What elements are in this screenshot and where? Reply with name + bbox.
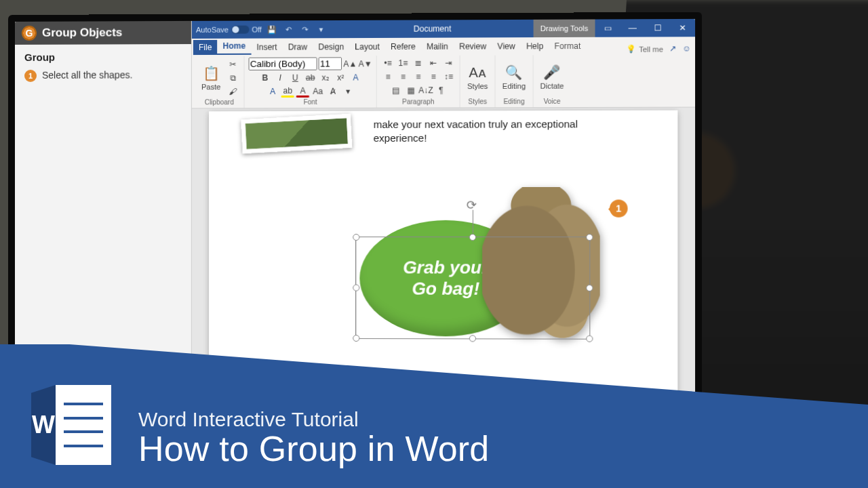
shading-button[interactable]: ▤ <box>389 84 402 96</box>
resize-handle-t[interactable] <box>469 234 476 241</box>
tab-layout[interactable]: Layout <box>349 39 385 54</box>
resize-handle-tl[interactable] <box>353 234 359 241</box>
copy-button[interactable]: ⧉ <box>226 71 239 83</box>
borders-button[interactable]: ▦ <box>403 84 417 96</box>
editing-button[interactable]: 🔍 Editing <box>500 62 528 92</box>
toggle-icon[interactable] <box>231 26 249 34</box>
styles-button[interactable]: Aᴀ Styles <box>465 62 491 91</box>
undo-button[interactable]: ↶ <box>282 23 294 35</box>
resize-handle-r[interactable] <box>586 285 593 291</box>
underline-button[interactable]: U <box>288 72 302 84</box>
step-callout-marker: 1 <box>610 199 628 217</box>
resize-handle-tr[interactable] <box>586 234 593 241</box>
font-more-button[interactable]: ▾ <box>341 85 355 98</box>
group-styles: Aᴀ Styles Styles <box>460 56 496 108</box>
tell-me-label: Tell me <box>639 45 663 53</box>
ribbon-display-options[interactable]: ▭ <box>595 19 620 37</box>
ribbon-body: 📋 Paste ✂ ⧉ 🖌 Clipboard <box>192 54 695 109</box>
qat-more-button[interactable]: ▾ <box>315 23 328 35</box>
rotation-stick <box>473 210 473 233</box>
align-right-button[interactable]: ≡ <box>412 70 425 83</box>
tell-me-search[interactable]: Tell me <box>627 45 666 54</box>
grow-font-button[interactable]: A▲ <box>343 58 357 70</box>
tab-view[interactable]: View <box>492 39 521 54</box>
superscript-button[interactable]: x² <box>334 71 347 83</box>
font-name-input[interactable] <box>249 57 317 70</box>
cut-button[interactable]: ✂ <box>226 58 239 70</box>
contextual-tab-group: Drawing Tools <box>534 19 595 37</box>
tab-help[interactable]: Help <box>521 39 549 54</box>
format-painter-button[interactable]: 🖌 <box>226 85 239 98</box>
resize-handle-l[interactable] <box>353 285 359 291</box>
line-spacing-button[interactable]: ↕≡ <box>441 70 455 83</box>
redo-button[interactable]: ↷ <box>298 23 311 35</box>
highlight-button[interactable]: ab <box>281 85 294 98</box>
tab-format[interactable]: Format <box>549 39 586 54</box>
inserted-photo[interactable] <box>241 114 352 154</box>
group-paragraph: •≡ 1≡ ≣ ⇤ ⇥ ≡ ≡ ≡ ≡ ↕≡ <box>377 56 460 108</box>
change-case-button[interactable]: Aa <box>311 85 325 98</box>
lower-third-banner: W Word Interactive Tutorial How to Group… <box>0 336 868 488</box>
paragraph-group-label: Paragraph <box>381 97 456 107</box>
tab-review[interactable]: Review <box>454 39 492 54</box>
close-button[interactable]: ✕ <box>670 19 695 37</box>
titlebar: AutoSave Off 💾 ↶ ↷ ▾ Document Drawing To… <box>192 19 695 39</box>
align-center-button[interactable]: ≡ <box>396 70 410 83</box>
styles-group-label: Styles <box>465 97 491 107</box>
group-voice: 🎤 Dictate Voice <box>533 55 570 107</box>
autosave-state: Off <box>252 26 262 34</box>
document-title: Document <box>332 24 534 34</box>
tab-mailings[interactable]: Mailin <box>421 39 454 54</box>
align-left-button[interactable]: ≡ <box>381 70 395 83</box>
increase-indent-button[interactable]: ⇥ <box>441 57 455 69</box>
dictate-button[interactable]: 🎤 Dictate <box>537 62 566 92</box>
tab-draw[interactable]: Draw <box>283 39 313 54</box>
ribbon-tabs: File Home Insert Draw Design Layout Refe… <box>192 37 695 55</box>
step-number-badge: 1 <box>24 70 37 82</box>
tutorial-header: G Group Objects <box>15 21 191 45</box>
banner-subtitle: Word Interactive Tutorial <box>138 408 489 431</box>
text-fill-button[interactable]: A <box>266 85 279 98</box>
body-text[interactable]: make your next vacation truly an excepti… <box>374 117 616 146</box>
clear-formatting-button[interactable]: A̷ <box>326 85 340 98</box>
tab-insert[interactable]: Insert <box>251 40 282 55</box>
styles-icon: Aᴀ <box>469 64 486 80</box>
search-icon: 🔍 <box>505 64 522 80</box>
decrease-indent-button[interactable]: ⇤ <box>427 57 440 69</box>
bullets-button[interactable]: •≡ <box>381 57 395 69</box>
paste-label: Paste <box>201 83 220 91</box>
font-size-input[interactable] <box>319 57 342 70</box>
multilevel-list-button[interactable]: ≣ <box>412 57 425 69</box>
tab-home[interactable]: Home <box>218 39 252 55</box>
tab-references[interactable]: Refere <box>385 39 421 54</box>
rotation-handle-icon[interactable]: ⟳ <box>467 198 479 210</box>
editing-label: Editing <box>502 81 526 89</box>
text-effects-button[interactable]: A <box>349 71 362 83</box>
banner-text: Word Interactive Tutorial How to Group i… <box>138 408 489 469</box>
sort-button[interactable]: A↓Z <box>419 84 433 96</box>
group-clipboard: 📋 Paste ✂ ⧉ 🖌 Clipboard <box>195 56 245 108</box>
tab-design[interactable]: Design <box>313 39 349 54</box>
justify-button[interactable]: ≡ <box>427 70 440 83</box>
feedback-button[interactable]: ☺ <box>679 43 694 53</box>
share-button[interactable]: ↗ <box>666 43 680 53</box>
strikethrough-button[interactable]: ab <box>304 72 317 84</box>
autosave-toggle[interactable]: AutoSave Off <box>196 26 262 34</box>
italic-button[interactable]: I <box>273 72 287 84</box>
group-editing: 🔍 Editing Editing <box>496 55 534 107</box>
step-text: Select all the shapes. <box>42 69 132 81</box>
font-color-button[interactable]: A <box>296 85 309 98</box>
subscript-button[interactable]: x₂ <box>319 72 332 84</box>
microphone-icon: 🎤 <box>543 64 561 80</box>
paste-button[interactable]: 📋 Paste <box>199 63 223 92</box>
minimize-button[interactable]: — <box>620 19 645 37</box>
numbering-button[interactable]: 1≡ <box>396 57 410 69</box>
selection-box[interactable]: ⟳ <box>355 237 590 340</box>
show-marks-button[interactable]: ¶ <box>434 84 448 96</box>
tutorial-section-title: Group <box>24 51 182 63</box>
save-button[interactable]: 💾 <box>266 23 278 35</box>
tab-file[interactable]: File <box>193 40 218 55</box>
shrink-font-button[interactable]: A▼ <box>358 58 372 70</box>
bold-button[interactable]: B <box>258 72 272 84</box>
maximize-button[interactable]: ☐ <box>645 19 670 37</box>
